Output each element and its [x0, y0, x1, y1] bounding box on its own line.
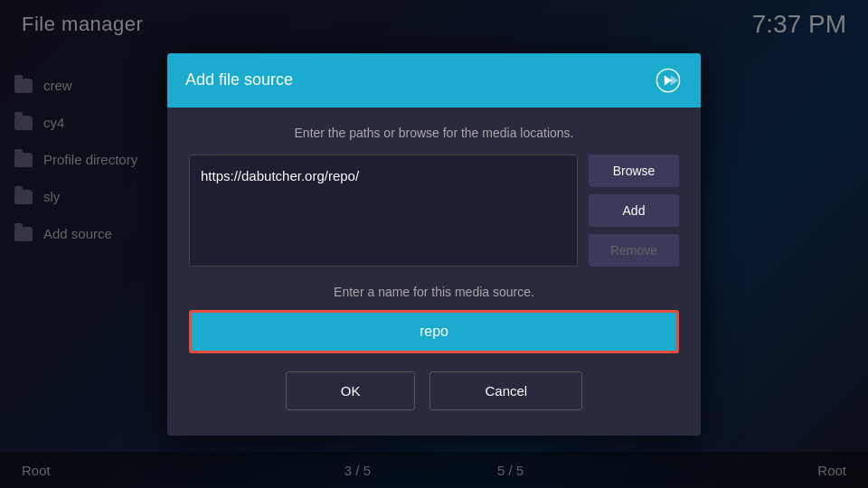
ok-button[interactable]: OK	[286, 371, 416, 410]
add-file-source-dialog: Add file source Enter the paths or brows…	[167, 53, 701, 436]
dialog-overlay: Add file source Enter the paths or brows…	[0, 0, 868, 488]
browse-button[interactable]: Browse	[589, 155, 679, 187]
add-button[interactable]: Add	[589, 194, 679, 227]
dialog-body: Enter the paths or browse for the media …	[167, 108, 701, 436]
cancel-button[interactable]: Cancel	[429, 371, 582, 410]
path-section: https://dabutcher.org/repo/ Browse Add R…	[189, 155, 679, 267]
action-buttons: Browse Add Remove	[589, 155, 679, 267]
path-text: https://dabutcher.org/repo/	[201, 168, 359, 183]
kodi-logo	[654, 66, 683, 95]
dialog-footer: OK Cancel	[189, 371, 679, 418]
name-input[interactable]	[189, 310, 679, 353]
dialog-title: Add file source	[185, 70, 293, 89]
path-box[interactable]: https://dabutcher.org/repo/	[189, 155, 578, 267]
name-label: Enter a name for this media source.	[189, 285, 679, 299]
remove-button[interactable]: Remove	[589, 234, 679, 267]
dialog-subtitle: Enter the paths or browse for the media …	[189, 126, 679, 140]
dialog-header: Add file source	[167, 53, 701, 108]
svg-marker-2	[671, 75, 678, 85]
name-input-wrapper	[189, 310, 679, 353]
